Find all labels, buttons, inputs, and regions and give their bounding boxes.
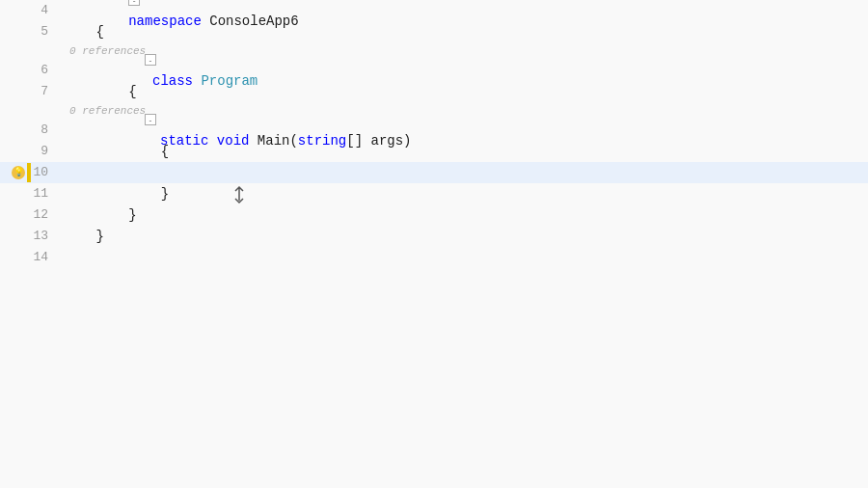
line-number-14: 14 bbox=[0, 247, 58, 268]
line-number-10: 💡 10 bbox=[0, 162, 58, 183]
line-number-13: 13 bbox=[0, 226, 58, 247]
line-number-5: 5 bbox=[0, 21, 58, 42]
line-number-7: 7 bbox=[0, 81, 58, 102]
line-content-13: } bbox=[58, 226, 104, 247]
collapse-class-icon[interactable]: - bbox=[145, 54, 156, 66]
line-number-6: 6 bbox=[0, 60, 58, 81]
line-number-12: 12 bbox=[0, 204, 58, 226]
line-number-4: 4 bbox=[0, 0, 58, 21]
collapse-method-icon[interactable]: - bbox=[145, 114, 156, 125]
line-content-11: } bbox=[58, 183, 169, 204]
line-content-9: { bbox=[58, 141, 169, 162]
yellow-bar bbox=[27, 163, 31, 182]
line-number-11: 11 bbox=[0, 183, 58, 204]
lightbulb-icon[interactable]: 💡 bbox=[12, 166, 25, 179]
line-number-8: 8 bbox=[0, 120, 58, 141]
line-number-9: 9 bbox=[0, 141, 58, 162]
line-content-12: } bbox=[58, 204, 137, 226]
collapse-ns-icon[interactable]: - bbox=[128, 0, 140, 6]
code-editor: 4 - namespace ConsoleApp6 5 { 0 referenc… bbox=[0, 0, 868, 488]
